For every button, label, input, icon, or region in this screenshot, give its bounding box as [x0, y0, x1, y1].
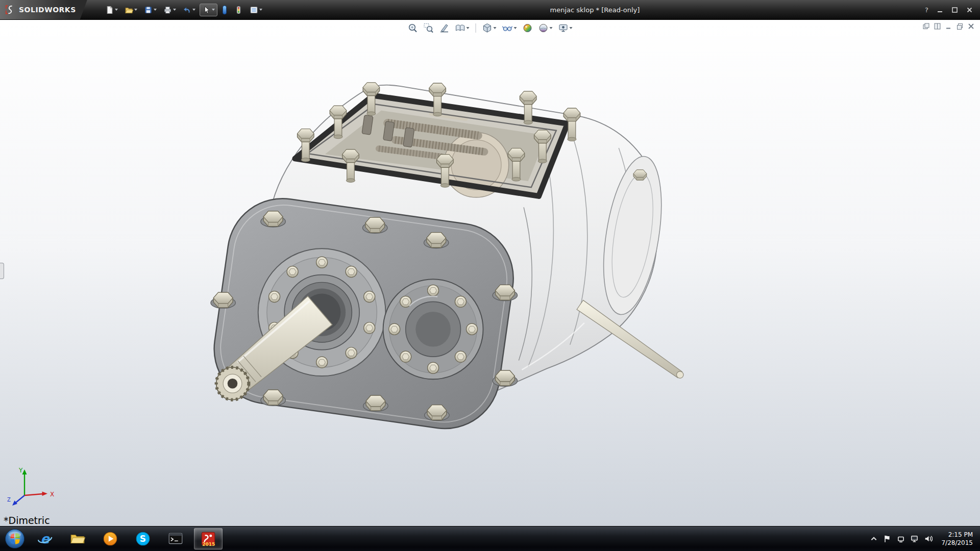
window-controls: ?	[925, 6, 980, 14]
titlebar: SOLIDWORKS	[0, 0, 980, 20]
action-center-flag-icon[interactable]	[883, 535, 891, 543]
command-prompt-button[interactable]	[161, 528, 190, 549]
clock-time: 2:15 PM	[941, 531, 973, 539]
y-axis-arrow-icon	[22, 469, 27, 474]
print-button[interactable]	[161, 4, 179, 16]
headsup-view-toolbar	[407, 22, 574, 34]
view-orientation-icon	[455, 23, 465, 33]
network-icon[interactable]	[911, 535, 919, 543]
solidworks-taskbar-button[interactable]: 2015	[194, 528, 223, 549]
undo-button[interactable]	[180, 4, 198, 16]
zoom-to-area-icon	[424, 23, 434, 33]
close-doc-button[interactable]	[967, 22, 975, 30]
apply-scene-button[interactable]	[537, 22, 554, 34]
taskbar-clock[interactable]: 2:15 PM 7/28/2015	[938, 531, 976, 547]
command-prompt-icon	[167, 531, 184, 547]
app-logo: SOLIDWORKS	[0, 0, 87, 19]
display-style-button[interactable]	[481, 22, 498, 34]
maximize-button[interactable]	[951, 7, 958, 13]
brand-name: SOLIDWORKS	[19, 6, 76, 14]
hide-show-glasses-icon	[502, 23, 513, 33]
rebuild-icon	[234, 6, 243, 14]
media-player-button[interactable]	[96, 528, 125, 549]
view-settings-icon	[558, 23, 569, 33]
undo-icon	[183, 6, 191, 14]
dropdown-caret-icon[interactable]	[173, 9, 176, 11]
edit-appearance-button[interactable]	[522, 22, 534, 34]
dropdown-caret-icon[interactable]	[212, 9, 215, 11]
skype-button[interactable]: S	[129, 528, 157, 549]
windows-taskbar: e S	[0, 526, 980, 551]
rebuild-button[interactable]	[232, 4, 246, 16]
dropdown-caret-icon[interactable]	[494, 27, 497, 29]
cascade-windows-button[interactable]	[922, 22, 930, 30]
skype-icon: S	[135, 531, 151, 547]
edit-appearance-ball-icon	[523, 23, 533, 33]
apply-scene-icon	[538, 23, 549, 33]
gearbox-3d-model[interactable]	[0, 20, 980, 526]
section-view-button[interactable]	[438, 22, 451, 34]
y-axis-label: Y	[18, 467, 23, 474]
zoom-to-area-button[interactable]	[423, 22, 435, 34]
volume-icon[interactable]	[924, 535, 933, 543]
windows-explorer-button[interactable]	[63, 528, 92, 549]
dropdown-caret-icon[interactable]	[134, 9, 137, 11]
minimize-doc-button[interactable]	[945, 22, 952, 30]
view-orientation-button[interactable]	[454, 22, 471, 34]
x-axis-label: X	[50, 491, 54, 498]
graphics-area[interactable]: Y X Z *Dimetric	[0, 20, 980, 526]
tile-windows-button[interactable]	[934, 22, 941, 30]
options-list-icon	[250, 6, 258, 14]
macro-button[interactable]	[219, 3, 230, 17]
restore-doc-button[interactable]	[956, 22, 964, 30]
spline-end	[216, 367, 249, 400]
dropdown-caret-icon[interactable]	[570, 27, 573, 29]
window-title: menjac sklop * [Read-only]	[265, 6, 925, 14]
system-tray: 2:15 PM 7/28/2015	[870, 531, 980, 547]
dropdown-caret-icon[interactable]	[154, 9, 157, 11]
save-icon	[144, 6, 153, 14]
dropdown-caret-icon[interactable]	[192, 9, 195, 11]
macro-pill-icon	[222, 5, 228, 15]
open-button[interactable]	[122, 4, 140, 16]
zoom-to-fit-icon	[408, 23, 418, 33]
folder-icon	[69, 531, 86, 547]
toolbar-separator	[476, 23, 476, 33]
clock-date: 7/28/2015	[941, 539, 973, 547]
internet-explorer-button[interactable]: e	[31, 528, 59, 549]
dropdown-caret-icon[interactable]	[115, 9, 118, 11]
x-axis-arrow-icon	[42, 492, 48, 496]
internet-explorer-icon: e	[37, 531, 53, 547]
start-button[interactable]	[4, 528, 26, 549]
dropdown-caret-icon[interactable]	[550, 27, 553, 29]
minimize-button[interactable]	[937, 7, 943, 13]
skype-letter: S	[140, 534, 146, 544]
help-button[interactable]: ?	[925, 6, 928, 14]
close-button[interactable]	[966, 7, 973, 13]
select-cursor-icon	[202, 6, 211, 14]
display-style-icon	[482, 23, 493, 33]
new-document-button[interactable]	[103, 4, 120, 16]
print-icon	[163, 6, 172, 14]
dropdown-caret-icon[interactable]	[514, 27, 517, 29]
sw-version-badge: 2015	[202, 542, 215, 547]
z-axis-label: Z	[7, 497, 11, 503]
orientation-triad[interactable]: Y X Z	[5, 466, 56, 513]
zoom-to-fit-button[interactable]	[407, 22, 419, 34]
dropdown-caret-icon[interactable]	[467, 27, 470, 29]
dropdown-caret-icon[interactable]	[259, 9, 262, 11]
ie-letter: e	[40, 531, 50, 546]
view-orientation-label: *Dimetric	[4, 515, 50, 526]
select-tool-button[interactable]	[200, 4, 217, 16]
open-folder-icon	[125, 6, 133, 14]
hide-show-items-button[interactable]	[501, 22, 518, 34]
view-settings-button[interactable]	[557, 22, 574, 34]
document-window-controls	[922, 22, 975, 30]
media-player-icon	[102, 531, 118, 547]
section-view-icon	[439, 23, 450, 33]
options-button[interactable]	[247, 4, 265, 16]
device-icon[interactable]	[897, 535, 905, 543]
save-button[interactable]	[141, 4, 159, 16]
solidworks-app-icon: 2015	[200, 531, 216, 547]
show-hidden-icons-button[interactable]	[870, 536, 877, 542]
